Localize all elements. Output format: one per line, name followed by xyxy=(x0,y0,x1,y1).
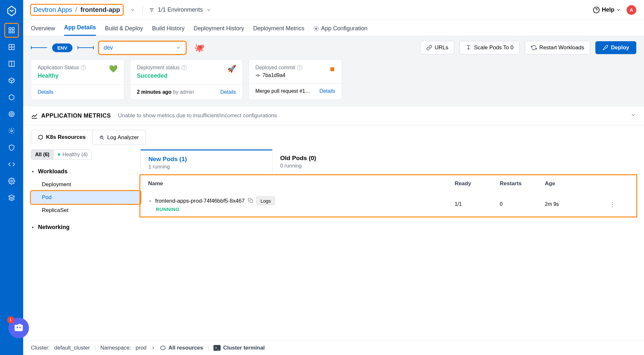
help-icon[interactable]: ? xyxy=(81,65,86,70)
resource-tree-panel: All (6) ♥ Healthy (4) Workloads Deployme… xyxy=(31,149,140,355)
tab-build-deploy[interactable]: Build & Deploy xyxy=(105,25,143,36)
nav-box-icon[interactable] xyxy=(5,73,19,88)
nav-workloads-icon[interactable] xyxy=(5,57,19,71)
svg-marker-33 xyxy=(33,226,34,228)
subtab-log-analyzer[interactable]: Log Analyzer xyxy=(92,130,146,145)
col-name: Name xyxy=(148,180,455,187)
user-avatar[interactable]: A xyxy=(627,5,636,15)
scale-label: Scale Pods To 0 xyxy=(474,44,514,51)
env-filter[interactable]: 1/1 Environments xyxy=(149,6,211,13)
subtab-k8s-resources[interactable]: K8s Resources xyxy=(31,130,92,145)
help-button[interactable]: Help xyxy=(593,6,621,14)
tab-app-configuration[interactable]: App Configuration xyxy=(313,25,367,36)
tree-networking-header[interactable]: Networking xyxy=(31,221,140,234)
search-doc-icon xyxy=(99,135,105,140)
col-age: Age xyxy=(545,180,609,187)
pod-ready: 1/1 xyxy=(455,201,500,207)
rocket-icon xyxy=(602,45,608,51)
nav-apps-icon[interactable] xyxy=(5,23,19,37)
all-resources-link[interactable]: All resources xyxy=(160,345,203,351)
pod-tab-old[interactable]: Old Pods (0) 0 running xyxy=(272,149,404,175)
deploy-by: by admin xyxy=(173,89,194,95)
help-icon[interactable]: ? xyxy=(182,65,187,70)
cluster-terminal-link[interactable]: >_ Cluster terminal xyxy=(213,345,265,351)
metrics-expand[interactable] xyxy=(630,112,636,119)
env-line-left xyxy=(31,47,47,48)
restart-label: Restart Workloads xyxy=(539,44,584,51)
nav-shield-icon[interactable] xyxy=(5,140,19,155)
subtab-k8s-label: K8s Resources xyxy=(46,134,86,140)
svg-rect-2 xyxy=(9,31,11,33)
nav-stack-icon[interactable] xyxy=(5,191,19,205)
env-bar: ENV dev 🐙 URLs Scale Pods To 0 Restart W… xyxy=(23,36,644,59)
divider: | xyxy=(94,345,96,351)
tab-app-config-label: App Configuration xyxy=(321,25,367,32)
pod-row: frontend-apps-prod-74f46bbf5-8x467 Logs … xyxy=(140,192,636,216)
pod-name: frontend-apps-prod-74f46bbf5-8x467 xyxy=(155,198,245,204)
restart-workloads-button[interactable]: Restart Workloads xyxy=(525,41,591,54)
nav-charts-icon[interactable] xyxy=(5,40,19,54)
tree-item-pod[interactable]: Pod xyxy=(31,191,140,204)
app-status-label: Application Status xyxy=(38,65,79,71)
cluster-terminal-label: Cluster terminal xyxy=(223,345,265,351)
metrics-message: Unable to show metrics due to insufficie… xyxy=(118,112,277,119)
app-status-details-link[interactable]: Details xyxy=(38,89,53,95)
chevron-down-icon xyxy=(176,45,181,50)
tab-app-details[interactable]: App Details xyxy=(64,24,96,36)
tree-item-deployment[interactable]: Deployment xyxy=(31,178,140,191)
deploy-status-value: Succeeded xyxy=(137,72,187,79)
sidebar xyxy=(0,0,23,355)
metrics-bar: APPLICATION METRICS Unable to show metri… xyxy=(23,106,644,125)
help-icon[interactable]: ? xyxy=(297,65,302,70)
resource-subtabs: K8s Resources Log Analyzer xyxy=(23,125,644,149)
urls-button[interactable]: URLs xyxy=(420,41,455,54)
commit-details-link[interactable]: Details xyxy=(319,88,335,94)
nav-settings-icon[interactable] xyxy=(5,124,19,138)
caret-right-icon[interactable] xyxy=(148,199,152,203)
tab-overview[interactable]: Overview xyxy=(31,25,55,36)
app-switcher-chevron[interactable] xyxy=(128,6,137,14)
nav-gear-icon[interactable] xyxy=(5,174,19,188)
scale-icon xyxy=(466,45,471,51)
breadcrumb-group[interactable]: Devtron Apps xyxy=(33,6,72,14)
pod-menu-button[interactable]: ⋮ xyxy=(609,200,629,208)
tab-deployment-history[interactable]: Deployment History xyxy=(194,25,244,36)
tree-workloads-header[interactable]: Workloads xyxy=(31,165,140,178)
cube-icon xyxy=(38,134,43,140)
env-select[interactable]: dev xyxy=(99,42,186,54)
breadcrumb-current: frontend-app xyxy=(80,6,120,14)
pod-tab-new[interactable]: New Pods (1) 1 running xyxy=(140,149,272,175)
logs-button[interactable]: Logs xyxy=(256,197,275,205)
deploy-time: 2 minutes ago xyxy=(137,89,172,95)
link-icon xyxy=(426,45,432,51)
heart-icon: ♥ xyxy=(57,152,61,158)
copy-icon[interactable] xyxy=(248,198,253,204)
nav-cube-icon[interactable] xyxy=(5,90,19,104)
namespace-label: Namespace: xyxy=(100,345,131,351)
deploy-button[interactable]: Deploy xyxy=(595,41,636,54)
resources-icon xyxy=(160,345,166,351)
env-filter-label: 1/1 Environments xyxy=(158,6,203,13)
pod-status: RUNNING xyxy=(148,206,455,212)
pod-table: Name Ready Restarts Age frontend-apps-pr… xyxy=(140,175,636,216)
env-pill: ENV xyxy=(52,43,72,52)
commit-hash: 7ba1d9a4 xyxy=(262,72,285,78)
nav-code-icon[interactable] xyxy=(5,157,19,171)
filter-all[interactable]: All (6) xyxy=(31,149,53,160)
tab-build-history[interactable]: Build History xyxy=(152,25,185,36)
scale-pods-button[interactable]: Scale Pods To 0 xyxy=(459,41,520,54)
card-deployment-status: Deployment status ? Succeeded 🚀 2 minute… xyxy=(130,59,243,100)
nav-target-icon[interactable] xyxy=(5,107,19,121)
env-selected: dev xyxy=(104,44,113,51)
tree-item-replicaset[interactable]: ReplicaSet xyxy=(31,204,140,217)
deploy-details-link[interactable]: Details xyxy=(220,89,236,95)
topbar: Devtron Apps / frontend-app 1/1 Environm… xyxy=(23,0,644,20)
filter-healthy[interactable]: ♥ Healthy (4) xyxy=(53,149,92,160)
deploy-status-label: Deployment status xyxy=(137,65,180,71)
tabs: Overview App Details Build & Deploy Buil… xyxy=(23,20,644,36)
tab-deployment-metrics[interactable]: Deployment Metrics xyxy=(253,25,304,36)
pod-tab-old-sub: 0 running xyxy=(280,163,397,169)
svg-point-13 xyxy=(11,130,13,132)
svg-rect-3 xyxy=(12,31,14,33)
svg-point-10 xyxy=(9,111,14,117)
